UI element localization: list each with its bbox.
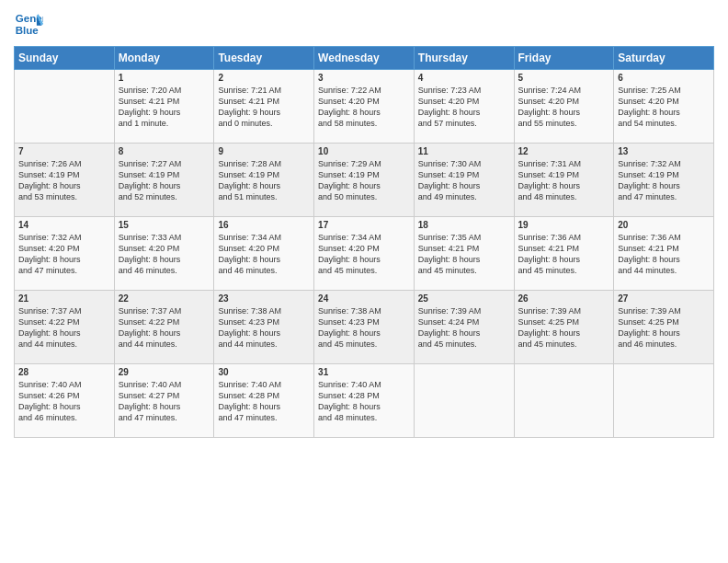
day-number: 6 <box>618 73 710 83</box>
cell-4-4: 24Sunrise: 7:38 AMSunset: 4:23 PMDayligh… <box>314 291 415 364</box>
cell-content: Sunrise: 7:27 AMSunset: 4:19 PMDaylight:… <box>119 158 210 203</box>
day-number: 28 <box>18 367 110 377</box>
cell-4-1: 21Sunrise: 7:37 AMSunset: 4:22 PMDayligh… <box>15 291 115 364</box>
cell-content: Sunrise: 7:20 AMSunset: 4:21 PMDaylight:… <box>119 85 210 130</box>
cell-content: Sunrise: 7:33 AMSunset: 4:20 PMDaylight:… <box>119 232 210 277</box>
cell-2-2: 8Sunrise: 7:27 AMSunset: 4:19 PMDaylight… <box>114 144 214 217</box>
week-row-4: 21Sunrise: 7:37 AMSunset: 4:22 PMDayligh… <box>15 291 714 364</box>
header-row: SundayMondayTuesdayWednesdayThursdayFrid… <box>15 47 714 70</box>
col-header-monday: Monday <box>114 47 214 70</box>
day-number: 2 <box>218 73 310 83</box>
cell-content: Sunrise: 7:37 AMSunset: 4:22 PMDaylight:… <box>18 305 110 350</box>
cell-1-3: 2Sunrise: 7:21 AMSunset: 4:21 PMDaylight… <box>214 70 314 144</box>
cell-3-3: 16Sunrise: 7:34 AMSunset: 4:20 PMDayligh… <box>214 217 314 291</box>
cell-2-7: 13Sunrise: 7:32 AMSunset: 4:19 PMDayligh… <box>614 144 714 217</box>
cell-5-7 <box>614 364 714 438</box>
day-number: 25 <box>418 293 510 304</box>
cell-content: Sunrise: 7:22 AMSunset: 4:20 PMDaylight:… <box>318 85 410 130</box>
cell-content: Sunrise: 7:39 AMSunset: 4:25 PMDaylight:… <box>618 305 710 350</box>
cell-2-5: 11Sunrise: 7:30 AMSunset: 4:19 PMDayligh… <box>414 144 514 217</box>
cell-2-4: 10Sunrise: 7:29 AMSunset: 4:19 PMDayligh… <box>314 144 415 217</box>
cell-1-5: 4Sunrise: 7:23 AMSunset: 4:20 PMDaylight… <box>414 70 514 144</box>
week-row-3: 14Sunrise: 7:32 AMSunset: 4:20 PMDayligh… <box>15 217 714 291</box>
cell-content: Sunrise: 7:29 AMSunset: 4:19 PMDaylight:… <box>318 158 410 203</box>
cell-content: Sunrise: 7:23 AMSunset: 4:20 PMDaylight:… <box>418 85 510 130</box>
cell-content: Sunrise: 7:37 AMSunset: 4:22 PMDaylight:… <box>119 305 210 350</box>
cell-content: Sunrise: 7:25 AMSunset: 4:20 PMDaylight:… <box>618 85 710 130</box>
day-number: 5 <box>518 73 610 83</box>
day-number: 9 <box>218 146 310 156</box>
day-number: 17 <box>318 220 410 230</box>
day-number: 10 <box>318 146 410 156</box>
day-number: 19 <box>518 220 610 230</box>
day-number: 14 <box>18 220 110 230</box>
day-number: 11 <box>418 146 510 156</box>
day-number: 18 <box>418 220 510 230</box>
cell-content: Sunrise: 7:40 AMSunset: 4:27 PMDaylight:… <box>119 379 210 424</box>
calendar-table: SundayMondayTuesdayWednesdayThursdayFrid… <box>14 46 714 438</box>
cell-4-5: 25Sunrise: 7:39 AMSunset: 4:24 PMDayligh… <box>414 291 514 364</box>
day-number: 24 <box>318 293 410 304</box>
svg-text:Blue: Blue <box>16 25 40 36</box>
cell-content: Sunrise: 7:26 AMSunset: 4:19 PMDaylight:… <box>18 158 110 203</box>
cell-content: Sunrise: 7:39 AMSunset: 4:24 PMDaylight:… <box>418 305 510 350</box>
cell-5-6 <box>514 364 614 438</box>
cell-3-2: 15Sunrise: 7:33 AMSunset: 4:20 PMDayligh… <box>114 217 214 291</box>
cell-content: Sunrise: 7:28 AMSunset: 4:19 PMDaylight:… <box>218 158 310 203</box>
day-number: 29 <box>119 367 210 377</box>
day-number: 13 <box>618 146 710 156</box>
cell-4-7: 27Sunrise: 7:39 AMSunset: 4:25 PMDayligh… <box>614 291 714 364</box>
day-number: 3 <box>318 73 410 83</box>
cell-3-4: 17Sunrise: 7:34 AMSunset: 4:20 PMDayligh… <box>314 217 415 291</box>
col-header-thursday: Thursday <box>414 47 514 70</box>
day-number: 16 <box>218 220 310 230</box>
page: General Blue SundayMondayTuesdayWednesda… <box>0 0 728 563</box>
cell-3-6: 19Sunrise: 7:36 AMSunset: 4:21 PMDayligh… <box>514 217 614 291</box>
col-header-saturday: Saturday <box>614 47 714 70</box>
logo: General Blue <box>14 9 47 39</box>
col-header-wednesday: Wednesday <box>314 47 415 70</box>
cell-3-1: 14Sunrise: 7:32 AMSunset: 4:20 PMDayligh… <box>15 217 115 291</box>
col-header-sunday: Sunday <box>15 47 115 70</box>
week-row-2: 7Sunrise: 7:26 AMSunset: 4:19 PMDaylight… <box>15 144 714 217</box>
cell-content: Sunrise: 7:39 AMSunset: 4:25 PMDaylight:… <box>518 305 610 350</box>
cell-content: Sunrise: 7:34 AMSunset: 4:20 PMDaylight:… <box>318 232 410 277</box>
cell-1-2: 1Sunrise: 7:20 AMSunset: 4:21 PMDaylight… <box>114 70 214 144</box>
day-number: 30 <box>218 367 310 377</box>
day-number: 4 <box>418 73 510 83</box>
cell-2-3: 9Sunrise: 7:28 AMSunset: 4:19 PMDaylight… <box>214 144 314 217</box>
day-number: 22 <box>119 293 210 304</box>
cell-content: Sunrise: 7:40 AMSunset: 4:28 PMDaylight:… <box>318 379 410 424</box>
cell-5-3: 30Sunrise: 7:40 AMSunset: 4:28 PMDayligh… <box>214 364 314 438</box>
cell-content: Sunrise: 7:32 AMSunset: 4:20 PMDaylight:… <box>18 232 110 277</box>
cell-1-1 <box>15 70 115 144</box>
day-number: 31 <box>318 367 410 377</box>
day-number: 23 <box>218 293 310 304</box>
cell-4-3: 23Sunrise: 7:38 AMSunset: 4:23 PMDayligh… <box>214 291 314 364</box>
day-number: 20 <box>618 220 710 230</box>
cell-content: Sunrise: 7:40 AMSunset: 4:28 PMDaylight:… <box>218 379 310 424</box>
day-number: 12 <box>518 146 610 156</box>
cell-content: Sunrise: 7:24 AMSunset: 4:20 PMDaylight:… <box>518 85 610 130</box>
cell-3-5: 18Sunrise: 7:35 AMSunset: 4:21 PMDayligh… <box>414 217 514 291</box>
cell-content: Sunrise: 7:36 AMSunset: 4:21 PMDaylight:… <box>518 232 610 277</box>
cell-1-4: 3Sunrise: 7:22 AMSunset: 4:20 PMDaylight… <box>314 70 415 144</box>
day-number: 26 <box>518 293 610 304</box>
cell-content: Sunrise: 7:36 AMSunset: 4:21 PMDaylight:… <box>618 232 710 277</box>
day-number: 1 <box>119 73 210 83</box>
cell-content: Sunrise: 7:34 AMSunset: 4:20 PMDaylight:… <box>218 232 310 277</box>
cell-5-4: 31Sunrise: 7:40 AMSunset: 4:28 PMDayligh… <box>314 364 415 438</box>
cell-content: Sunrise: 7:31 AMSunset: 4:19 PMDaylight:… <box>518 158 610 203</box>
cell-content: Sunrise: 7:35 AMSunset: 4:21 PMDaylight:… <box>418 232 510 277</box>
cell-content: Sunrise: 7:21 AMSunset: 4:21 PMDaylight:… <box>218 85 310 130</box>
cell-5-2: 29Sunrise: 7:40 AMSunset: 4:27 PMDayligh… <box>114 364 214 438</box>
week-row-1: 1Sunrise: 7:20 AMSunset: 4:21 PMDaylight… <box>15 70 714 144</box>
cell-content: Sunrise: 7:38 AMSunset: 4:23 PMDaylight:… <box>218 305 310 350</box>
cell-4-6: 26Sunrise: 7:39 AMSunset: 4:25 PMDayligh… <box>514 291 614 364</box>
col-header-tuesday: Tuesday <box>214 47 314 70</box>
cell-1-7: 6Sunrise: 7:25 AMSunset: 4:20 PMDaylight… <box>614 70 714 144</box>
cell-4-2: 22Sunrise: 7:37 AMSunset: 4:22 PMDayligh… <box>114 291 214 364</box>
day-number: 7 <box>18 146 110 156</box>
day-number: 27 <box>618 293 710 304</box>
cell-1-6: 5Sunrise: 7:24 AMSunset: 4:20 PMDaylight… <box>514 70 614 144</box>
